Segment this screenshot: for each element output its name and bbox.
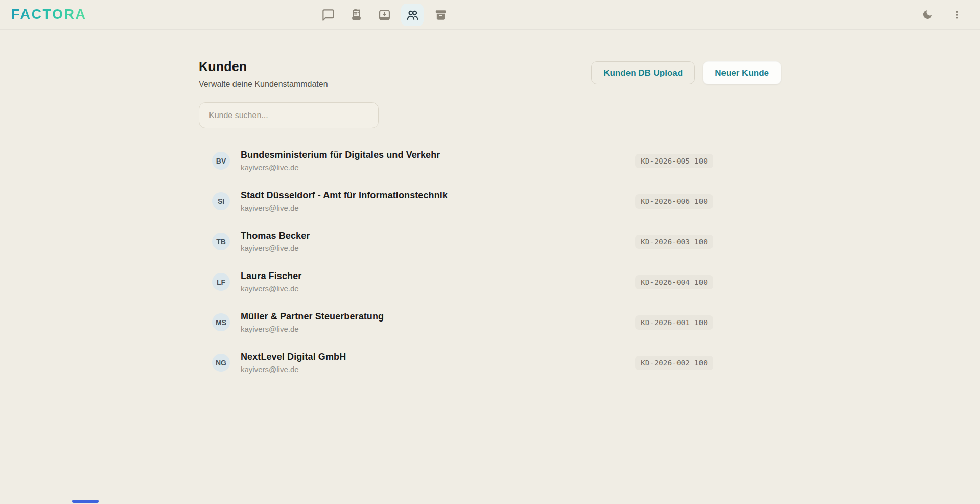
customer-email: kayivers@live.de xyxy=(241,244,310,253)
page-head-text: Kunden Verwalte deine Kundenstammdaten xyxy=(199,59,328,89)
customer-row[interactable]: NG NextLevel Digital GmbH kayivers@live.… xyxy=(199,342,781,383)
customer-name: Thomas Becker xyxy=(241,231,310,241)
customer-code-wrap: KD-2026-006 100 xyxy=(635,197,713,206)
customer-name: NextLevel Digital GmbH xyxy=(241,352,346,362)
avatar: TB xyxy=(212,233,230,250)
customer-code-wrap: KD-2026-003 100 xyxy=(635,237,713,246)
customer-code-badge: KD-2026-003 100 xyxy=(635,235,713,249)
customer-email: kayivers@live.de xyxy=(241,284,301,293)
customer-row[interactable]: LF Laura Fischer kayivers@live.de KD-202… xyxy=(199,262,781,302)
nav-customers-button[interactable] xyxy=(401,4,424,26)
receipt-icon xyxy=(349,8,363,22)
customer-search-input[interactable] xyxy=(199,102,379,128)
customer-row[interactable]: MS Müller & Partner Steuerberatung kayiv… xyxy=(199,302,781,342)
customer-name: Laura Fischer xyxy=(241,271,301,282)
customer-name: Stadt Düsseldorf - Amt für Informationst… xyxy=(241,190,448,201)
overflow-menu-button[interactable] xyxy=(948,6,966,24)
app-logo[interactable]: FACTORA xyxy=(11,7,87,22)
avatar: BV xyxy=(212,152,230,170)
page-subtitle: Verwalte deine Kundenstammdaten xyxy=(199,80,328,89)
customer-code-badge: KD-2026-001 100 xyxy=(635,315,713,330)
customer-info: NextLevel Digital GmbH kayivers@live.de xyxy=(241,352,346,374)
moon-icon xyxy=(922,9,934,20)
customer-info: Stadt Düsseldorf - Amt für Informationst… xyxy=(241,190,448,212)
customer-list: BV Bundesministerium für Digitales und V… xyxy=(199,141,781,383)
customers-page: Kunden Verwalte deine Kundenstammdaten K… xyxy=(199,59,781,383)
kebab-menu-icon xyxy=(952,10,962,20)
app-header: FACTORA xyxy=(0,0,980,30)
avatar: SI xyxy=(212,192,230,210)
nav-invoices-button[interactable] xyxy=(345,4,367,26)
customer-info: Laura Fischer kayivers@live.de xyxy=(241,271,301,293)
avatar: MS xyxy=(212,313,230,331)
page-actions: Kunden DB Upload Neuer Kunde xyxy=(591,61,781,84)
bottom-indicator xyxy=(72,500,99,503)
nav-chat-button[interactable] xyxy=(317,4,339,26)
inbox-download-icon xyxy=(378,8,391,22)
customer-email: kayivers@live.de xyxy=(241,203,448,212)
users-icon xyxy=(406,8,419,22)
page-head: Kunden Verwalte deine Kundenstammdaten K… xyxy=(199,59,781,89)
customer-info: Bundesministerium für Digitales und Verk… xyxy=(241,150,440,172)
avatar: LF xyxy=(212,273,230,291)
avatar: NG xyxy=(212,354,230,372)
chat-icon xyxy=(321,8,335,22)
main-nav xyxy=(317,4,452,26)
customer-code-wrap: KD-2026-002 100 xyxy=(635,358,713,368)
customer-db-upload-button[interactable]: Kunden DB Upload xyxy=(591,61,695,84)
customer-code-wrap: KD-2026-004 100 xyxy=(635,278,713,287)
customer-name: Müller & Partner Steuerberatung xyxy=(241,311,384,322)
customer-email: kayivers@live.de xyxy=(241,365,346,374)
customer-row[interactable]: BV Bundesministerium für Digitales und V… xyxy=(199,141,781,181)
page-title: Kunden xyxy=(199,59,328,74)
customer-code-badge: KD-2026-005 100 xyxy=(635,154,713,168)
archive-icon xyxy=(434,8,448,22)
customer-email: kayivers@live.de xyxy=(241,163,440,172)
customer-info: Müller & Partner Steuerberatung kayivers… xyxy=(241,311,384,333)
customer-name: Bundesministerium für Digitales und Verk… xyxy=(241,150,440,161)
customer-email: kayivers@live.de xyxy=(241,325,384,333)
customer-row[interactable]: SI Stadt Düsseldorf - Amt für Informatio… xyxy=(199,181,781,221)
nav-inbox-button[interactable] xyxy=(373,4,395,26)
new-customer-button[interactable]: Neuer Kunde xyxy=(703,61,781,84)
customer-code-wrap: KD-2026-001 100 xyxy=(635,318,713,327)
customer-code-wrap: KD-2026-005 100 xyxy=(635,156,713,166)
header-actions xyxy=(919,6,966,24)
customer-row[interactable]: TB Thomas Becker kayivers@live.de KD-202… xyxy=(199,221,781,262)
dark-mode-toggle[interactable] xyxy=(919,6,936,24)
customer-code-badge: KD-2026-002 100 xyxy=(635,356,713,370)
customer-info: Thomas Becker kayivers@live.de xyxy=(241,231,310,253)
customer-code-badge: KD-2026-004 100 xyxy=(635,275,713,289)
customer-code-badge: KD-2026-006 100 xyxy=(635,194,713,209)
nav-archive-button[interactable] xyxy=(429,4,452,26)
